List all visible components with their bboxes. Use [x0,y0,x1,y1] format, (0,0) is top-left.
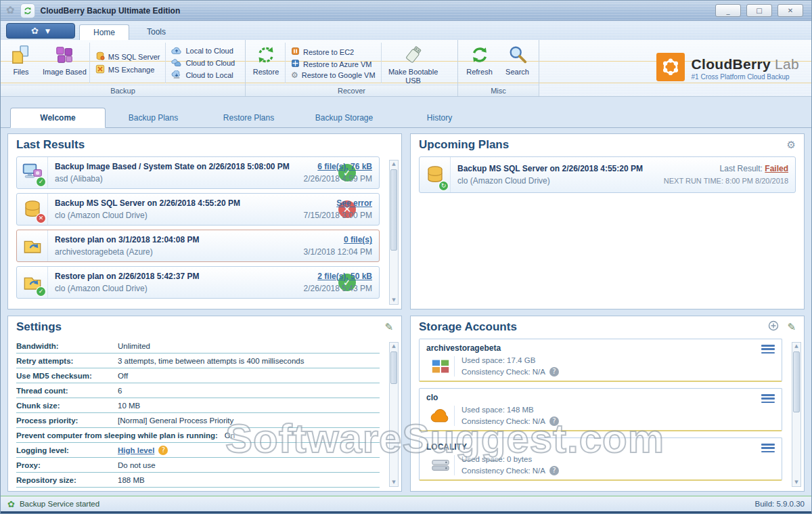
scroll-down-icon[interactable]: ▼ [390,297,398,304]
storage-account-item[interactable]: LOCALITY Used space: 0 bytes Consistency… [419,437,782,481]
close-button[interactable]: ✕ [777,4,803,17]
account-menu-icon[interactable] [761,345,775,354]
ribbon: Files Image Based MS SQL Server [1,40,811,97]
result-files-link[interactable]: 2 file(s), 50 kB [317,272,372,281]
setting-row: Use MD5 checksum:Off [16,368,380,383]
result-files-link[interactable]: 0 file(s) [344,235,372,244]
search-label: Search [505,68,529,77]
ms-exchange-button[interactable]: MS Exchange [95,64,160,75]
ms-sql-server-label: MS SQL Server [108,53,160,61]
maximize-button[interactable]: □ [746,4,772,17]
settings-scrollbar[interactable]: ▲ ▼ [389,342,399,487]
service-status-icon: ✿ [7,500,15,509]
plan-storage: clo (Amazon Cloud Drive) [457,176,550,186]
files-button[interactable]: Files [2,41,40,85]
amazon-cloud-icon [426,406,455,426]
edit-pencil-icon[interactable]: ✎ [384,322,393,333]
make-bootable-usb-button[interactable]: Make Bootable USB [382,41,445,85]
last-result-item[interactable]: ✓ Backup Image Based / System State on 2… [16,156,380,189]
cloud-to-cloud-button[interactable]: Cloud to Cloud [171,58,235,68]
info-icon[interactable]: ? [158,446,168,455]
storage-scrollbar[interactable]: ▲ ▼ [792,342,801,487]
page-tab-bar: Welcome Backup Plans Restore Plans Backu… [1,97,811,128]
cloud-to-local-label: Cloud to Local [185,71,233,79]
tab-history[interactable]: History [392,108,487,127]
scroll-thumb[interactable] [390,351,397,384]
app-sync-icon [20,3,35,18]
image-based-button[interactable]: Image Based [40,41,89,85]
last-result-item[interactable]: Restore plan on 3/1/2018 12:04:08 PM0 fi… [16,230,380,262]
result-files-link[interactable]: 6 file(s), 76 kB [317,162,372,171]
storage-account-item[interactable]: clo Used space: 148 MB Consistency Check… [419,388,782,431]
setting-label: Bandwidth: [16,342,118,350]
chevron-down-icon: ▼ [45,28,50,35]
setting-row: Process priority:[Normal] General Proces… [16,413,380,428]
ribbon-tab-home[interactable]: Home [79,24,129,41]
storage-account-item[interactable]: archivestoragebeta Used space: 17.4 GB C… [419,339,782,382]
setting-label: Use MD5 checksum: [16,372,118,380]
cloud-to-local-icon [171,70,182,81]
last-results-scrollbar[interactable]: ▲ ▼ [389,160,399,305]
result-title: Restore plan on 3/1/2018 12:04:08 PM [55,235,199,244]
local-to-cloud-label: Local to Cloud [185,47,233,55]
ec2-icon [291,47,300,57]
restore-label: Restore [253,68,279,77]
help-icon[interactable]: ? [549,367,559,377]
files-icon [11,43,31,66]
help-icon[interactable]: ? [549,416,559,426]
setting-label: Logging level: [16,446,118,454]
window-title: CloudBerry Backup Ultimate Edition [41,6,181,16]
result-date: 2/26/2018 4:59 PM [304,174,372,184]
azure-storage-icon [426,356,455,377]
result-error-link[interactable]: See error [336,198,372,208]
scroll-up-icon[interactable]: ▲ [390,160,398,168]
failed-link[interactable]: Failed [765,164,788,173]
scroll-up-icon[interactable]: ▲ [390,343,398,350]
setting-row: Prevent computer from sleeping while pla… [16,428,380,443]
tab-backup-plans[interactable]: Backup Plans [106,108,201,127]
settings-panel: Settings ✎ Bandwidth:Unlimited Retry att… [7,316,402,492]
scroll-down-icon[interactable]: ▼ [792,479,800,486]
refresh-button[interactable]: Refresh [461,41,499,85]
minimize-button[interactable]: _ [715,4,741,17]
upcoming-plan-item[interactable]: ↻ Backup MS SQL Server on 2/26/2018 4:55… [419,156,796,193]
account-menu-icon[interactable] [761,444,775,452]
scroll-up-icon[interactable]: ▲ [792,343,800,350]
search-button[interactable]: Search [499,41,537,85]
last-result-item[interactable]: ✓ Restore plan on 2/26/2018 5:42:37 PM2 … [16,266,380,299]
restore-plan-icon: ✓ [17,267,48,298]
setting-row: Chunk size:10 MB [16,398,380,413]
account-name: archivestoragebeta [426,343,775,353]
logging-level-link[interactable]: High level [118,446,154,454]
azure-vm-icon [291,59,300,69]
scroll-thumb[interactable] [793,351,800,412]
app-menu-logo-icon: ✿ [31,26,39,35]
tab-welcome[interactable]: Welcome [10,108,106,128]
tab-backup-storage[interactable]: Backup Storage [296,108,392,127]
ribbon-tab-tools[interactable]: Tools [133,24,179,40]
restore-to-ec2-button[interactable]: Restore to EC2 [291,47,376,57]
cloud-to-local-button[interactable]: Cloud to Local [171,70,235,81]
gear-icon[interactable]: ⚙ [787,140,796,150]
restore-button[interactable]: Restore [247,41,285,85]
plan-title: Backup MS SQL Server on 2/26/2018 4:55:2… [457,164,643,173]
upcoming-plans-title: Upcoming Plans [419,138,509,152]
tab-restore-plans[interactable]: Restore Plans [201,108,296,127]
account-menu-icon[interactable] [761,394,775,403]
local-to-cloud-button[interactable]: Local to Cloud [171,46,235,56]
image-based-label: Image Based [43,68,87,77]
restore-to-azure-vm-button[interactable]: Restore to Azure VM [291,59,376,69]
ms-sql-server-button[interactable]: MS SQL Server [95,51,160,62]
setting-value: Unlimited [118,342,150,350]
scheduled-badge-icon: ↻ [439,181,448,190]
help-icon[interactable]: ? [549,466,559,475]
last-result-item[interactable]: ✕ Backup MS SQL Server on 2/26/2018 4:55… [16,193,380,226]
scroll-thumb[interactable] [390,169,397,251]
add-account-icon[interactable] [768,320,779,334]
restore-to-google-vm-button[interactable]: ⚙ Restore to Google VM [291,71,376,79]
app-menu-button[interactable]: ✿ ▼ [6,23,75,39]
ribbon-group-backup: Files Image Based MS SQL Server [1,40,246,96]
edit-pencil-icon[interactable]: ✎ [787,322,796,333]
ribbon-group-backup-label: Backup [1,85,245,96]
scroll-down-icon[interactable]: ▼ [390,479,398,486]
